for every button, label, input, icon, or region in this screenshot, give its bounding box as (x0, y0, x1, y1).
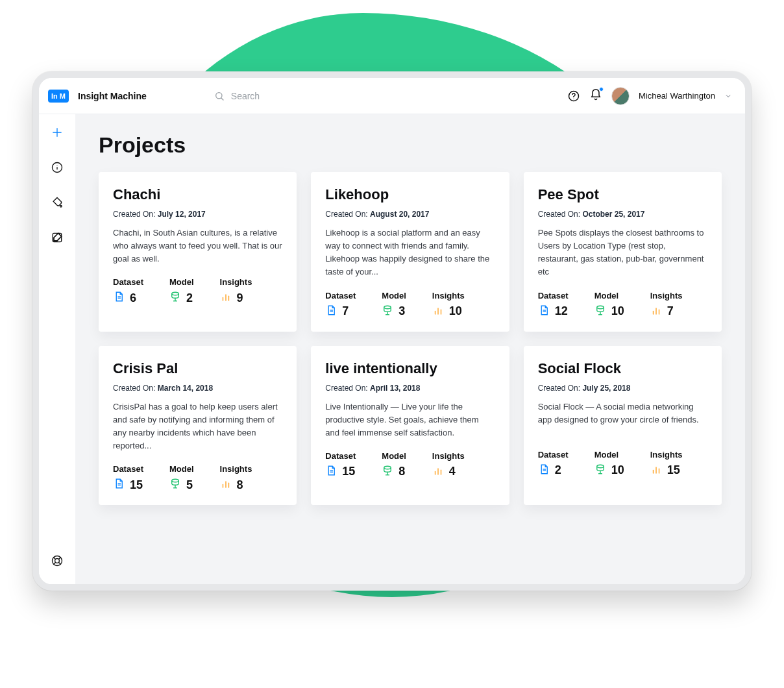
add-icon[interactable] (51, 126, 64, 139)
model-icon (169, 478, 181, 492)
model-icon (594, 463, 606, 478)
insights-label: Insights (220, 464, 252, 474)
project-stats: Dataset 2 Model 10 Insights 15 (538, 450, 707, 478)
project-created: Created On: July 12, 2017 (113, 210, 282, 219)
insights-icon (220, 291, 232, 305)
insights-count: 7 (667, 304, 674, 318)
project-created: Created On: March 14, 2018 (113, 384, 282, 393)
insights-icon (650, 463, 662, 478)
project-card[interactable]: Chachi Created On: July 12, 2017 Chachi,… (99, 172, 297, 332)
insights-icon (432, 304, 444, 319)
project-description: Social Flock — A social media networking… (538, 400, 707, 438)
edit-icon[interactable] (51, 231, 64, 244)
svg-line-15 (53, 563, 55, 565)
insights-count: 10 (449, 304, 462, 318)
paint-icon[interactable] (51, 196, 64, 209)
svg-point-19 (172, 293, 179, 296)
insights-label: Insights (432, 451, 465, 461)
notifications-button[interactable] (589, 88, 602, 104)
insights-count: 9 (237, 291, 243, 305)
help-icon[interactable] (567, 90, 580, 103)
project-title: live intentionally (325, 360, 495, 377)
topbar: In M Insight Machine Micheal Warthington (39, 78, 745, 114)
logo-badge: In M (48, 90, 69, 103)
dataset-count: 7 (342, 304, 349, 318)
svg-line-14 (59, 557, 61, 559)
model-count: 5 (186, 478, 193, 492)
model-icon (594, 304, 606, 319)
project-title: Chachi (113, 186, 282, 203)
brand-name: Insight Machine (78, 91, 147, 101)
svg-line-16 (59, 563, 61, 565)
insights-count: 4 (449, 465, 456, 478)
model-label: Model (382, 291, 406, 301)
dataset-count: 6 (130, 291, 136, 305)
insights-label: Insights (650, 450, 683, 460)
lifebuoy-icon[interactable] (51, 554, 64, 567)
search-field[interactable] (214, 91, 400, 101)
insights-label: Insights (650, 291, 683, 301)
avatar[interactable] (611, 87, 630, 105)
user-name: Micheal Warthington (639, 91, 715, 101)
project-description: CrisisPal has a goal to help keep users … (113, 400, 282, 453)
model-label: Model (169, 277, 194, 287)
project-stats: Dataset 15 Model 5 Insights 8 (113, 464, 282, 492)
insights-label: Insights (432, 291, 465, 301)
dataset-label: Dataset (538, 291, 569, 301)
info-icon[interactable] (51, 161, 64, 174)
project-card[interactable]: Crisis Pal Created On: March 14, 2018 Cr… (99, 346, 297, 506)
insights-count: 15 (667, 463, 680, 477)
project-created: Created On: April 13, 2018 (325, 384, 495, 393)
project-created: Created On: July 25, 2018 (538, 384, 707, 393)
svg-line-1 (221, 98, 223, 100)
page-title: Projects (99, 132, 722, 158)
dataset-label: Dataset (325, 291, 356, 301)
project-card[interactable]: live intentionally Created On: April 13,… (311, 346, 509, 506)
model-label: Model (594, 450, 624, 460)
svg-point-12 (55, 559, 60, 563)
project-stats: Dataset 6 Model 2 Insights 9 (113, 277, 282, 305)
project-stats: Dataset 12 Model 10 Insights 7 (538, 291, 707, 319)
svg-point-59 (596, 465, 604, 468)
dataset-label: Dataset (325, 451, 356, 461)
app-window: In M Insight Machine Micheal Warthington (32, 71, 752, 591)
project-description: Chachi, in South Asian cultures, is a re… (113, 227, 282, 265)
dataset-icon (325, 465, 337, 479)
dataset-icon (325, 304, 337, 319)
project-description: Pee Spots displays the closest bathrooms… (538, 227, 707, 279)
dataset-label: Dataset (113, 277, 143, 287)
model-count: 10 (611, 463, 624, 477)
model-count: 3 (398, 304, 405, 318)
search-icon (214, 91, 225, 101)
dataset-label: Dataset (113, 464, 143, 474)
dataset-count: 12 (555, 304, 568, 318)
chevron-down-icon[interactable] (724, 92, 732, 100)
project-card[interactable]: Pee Spot Created On: October 25, 2017 Pe… (524, 172, 722, 332)
model-icon (382, 304, 393, 319)
dataset-label: Dataset (538, 450, 569, 460)
project-title: Pee Spot (538, 186, 707, 203)
svg-line-13 (53, 557, 55, 559)
svg-point-9 (60, 206, 62, 208)
svg-point-43 (172, 479, 179, 482)
dataset-count: 15 (130, 478, 143, 492)
projects-grid: Chachi Created On: July 12, 2017 Chachi,… (99, 172, 722, 505)
model-label: Model (382, 451, 406, 461)
model-label: Model (594, 291, 624, 301)
project-stats: Dataset 7 Model 3 Insights 10 (325, 291, 495, 319)
model-icon (382, 465, 393, 479)
project-card[interactable]: Likehoop Created On: August 20, 2017 Lik… (311, 172, 509, 332)
svg-point-51 (384, 466, 391, 469)
search-input[interactable] (231, 91, 400, 101)
main-content: Projects Chachi Created On: July 12, 201… (75, 114, 745, 584)
model-icon (169, 291, 181, 305)
svg-point-3 (573, 98, 574, 99)
svg-point-27 (384, 306, 391, 309)
dataset-icon (538, 463, 550, 478)
project-created: Created On: August 20, 2017 (325, 210, 495, 219)
dataset-icon (113, 478, 125, 492)
project-description: Live Intentionally — Live your life the … (325, 400, 495, 439)
project-title: Social Flock (538, 360, 707, 377)
project-card[interactable]: Social Flock Created On: July 25, 2018 S… (524, 346, 722, 506)
project-created: Created On: October 25, 2017 (538, 210, 707, 219)
